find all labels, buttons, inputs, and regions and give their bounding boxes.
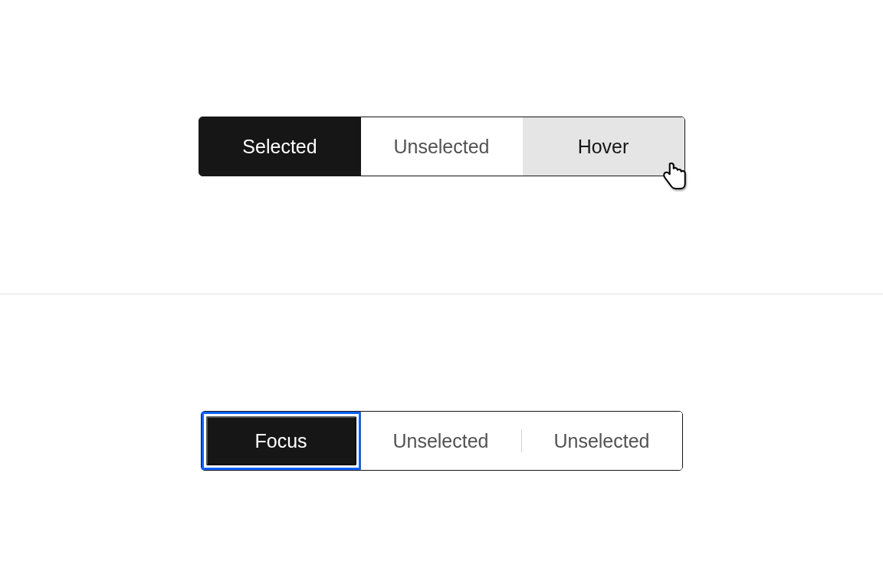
segment-unselected-2a[interactable]: Unselected bbox=[361, 412, 521, 470]
segment-hover-label: Hover bbox=[578, 136, 629, 158]
horizontal-divider bbox=[0, 294, 883, 294]
segment-focus-wrapper: Focus bbox=[202, 412, 361, 470]
pointer-cursor-icon bbox=[661, 162, 688, 192]
segment-unselected-2b[interactable]: Unselected bbox=[522, 412, 682, 470]
segmented-control-states-focus: Focus Unselected Unselected bbox=[201, 411, 683, 471]
segment-selected[interactable]: Selected bbox=[199, 117, 361, 176]
segment-hover[interactable]: Hover bbox=[523, 117, 684, 176]
segment-focus[interactable]: Focus bbox=[206, 416, 356, 465]
segment-unselected[interactable]: Unselected bbox=[361, 117, 523, 176]
segmented-control-states-hover: Selected Unselected Hover bbox=[199, 117, 685, 176]
